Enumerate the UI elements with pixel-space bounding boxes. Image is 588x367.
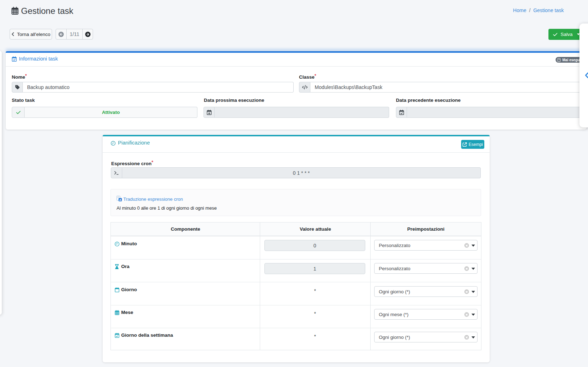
svg-text:A: A (119, 198, 121, 201)
